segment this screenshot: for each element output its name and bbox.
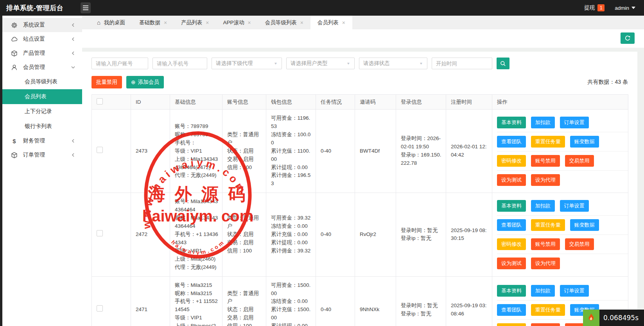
sidebar-item-system-settings[interactable]: 系统设置 xyxy=(2,18,82,32)
batch-disable-button[interactable]: 批量禁用 xyxy=(91,76,122,88)
sidebar-item-bank-cards[interactable]: 银行卡列表 xyxy=(2,119,82,134)
tab-product-list[interactable]: 产品列表 × xyxy=(174,16,216,29)
disable-account-button[interactable]: 账号禁用 xyxy=(531,238,560,250)
chevron-down-icon: ▼ xyxy=(419,62,423,65)
col-header-account-info: 账号信息 xyxy=(222,95,266,110)
sidebar: 系统设置 站点设置 产品管理 会员管理 会员等级列表 会员列表 上下分记录 银行… xyxy=(2,16,82,326)
start-time-input[interactable] xyxy=(432,58,492,69)
sidebar-item-finance-management[interactable]: $ 财务管理 xyxy=(2,134,82,148)
set-test-button[interactable]: 设为测试 xyxy=(497,174,526,186)
close-icon[interactable]: × xyxy=(342,20,345,26)
order-settings-button[interactable]: 订单设置 xyxy=(560,200,589,212)
filter-bar: 请选择下级代理 ▼ 请选择用户类型 ▼ 请选择状态 ▼ xyxy=(91,58,628,69)
sidebar-item-member-levels[interactable]: 会员等级列表 xyxy=(2,74,82,89)
disable-trade-button[interactable]: 交易禁用 xyxy=(565,238,594,250)
cell-login-info: 登录时间：暂无登录ip：暂无 xyxy=(396,276,446,326)
menu-toggle-icon[interactable] xyxy=(81,2,91,13)
order-settings-button[interactable]: 订单设置 xyxy=(560,285,589,297)
basic-profile-button[interactable]: 基本资料 xyxy=(497,200,526,212)
debug-trace-bar[interactable]: 0.068495s xyxy=(583,310,644,326)
chevron-left-icon xyxy=(71,22,75,28)
sidebar-item-site-settings[interactable]: 站点设置 xyxy=(2,32,82,46)
basic-profile-button[interactable]: 基本资料 xyxy=(497,117,526,128)
select-placeholder: 请选择下级代理 xyxy=(216,60,253,67)
close-icon[interactable]: × xyxy=(206,20,209,26)
basic-profile-button[interactable]: 基本资料 xyxy=(497,285,526,297)
disable-account-button[interactable]: 账号禁用 xyxy=(531,323,560,326)
close-icon[interactable]: × xyxy=(164,20,167,26)
reset-tasks-button[interactable]: 重置任务量 xyxy=(531,219,565,231)
row-checkbox[interactable] xyxy=(97,305,103,312)
agent-select[interactable]: 请选择下级代理 ▼ xyxy=(212,58,282,69)
tab-bar: ⌂ 我的桌面 基础数据 × 产品列表 × APP滚动 × 会员等级列表 × 会员… xyxy=(82,16,644,29)
tab-label: APP滚动 xyxy=(223,19,244,26)
status-select[interactable]: 请选择状态 ▼ xyxy=(359,58,427,69)
cell-invite-code: BWT4Df xyxy=(355,110,396,193)
add-deduct-button[interactable]: 加扣款 xyxy=(531,285,555,297)
col-header-register-time: 注册时间 xyxy=(446,95,492,110)
select-all-checkbox[interactable] xyxy=(97,98,103,104)
cell-account-info: 类型：普通用户状态：启用 交易：启用信用：100 xyxy=(222,110,266,193)
cloud-icon xyxy=(11,36,18,43)
cell-task: 0-40 xyxy=(316,276,355,326)
cell-task: 0-40 xyxy=(316,110,355,193)
col-header-task-status: 任务情况 xyxy=(316,95,355,110)
tab-basic-data[interactable]: 基础数据 × xyxy=(132,16,174,29)
cell-id: 2471 xyxy=(131,276,170,326)
refresh-button[interactable] xyxy=(621,32,635,44)
account-input[interactable] xyxy=(91,58,148,69)
view-team-button[interactable]: 查看团队 xyxy=(497,136,526,148)
set-agent-button[interactable]: 设为代理 xyxy=(531,174,560,186)
ledger-data-button[interactable]: 账变数据 xyxy=(570,136,599,148)
reset-tasks-button[interactable]: 重置任务量 xyxy=(531,136,565,148)
tab-label: 会员列表 xyxy=(318,19,339,26)
tab-member-levels[interactable]: 会员等级列表 × xyxy=(258,16,310,29)
sidebar-item-product-management[interactable]: 产品管理 xyxy=(2,46,82,60)
chevron-left-icon xyxy=(71,36,75,42)
sidebar-item-updown-records[interactable]: 上下分记录 xyxy=(2,104,82,119)
phone-input[interactable] xyxy=(152,58,207,69)
add-deduct-button[interactable]: 加扣款 xyxy=(531,200,555,212)
change-password-button[interactable]: 密码修改 xyxy=(497,238,526,250)
cell-basic-info: 账号：Mila1343434364464昵称：Mila1343434364464… xyxy=(170,193,222,276)
plus-circle-icon: ⊕ xyxy=(131,79,136,85)
row-checkbox[interactable] xyxy=(97,147,103,153)
cell-register-time: 2026-02-01 12:04:42 xyxy=(446,110,492,193)
close-icon[interactable]: × xyxy=(248,20,251,26)
sidebar-item-order-management[interactable]: 订单管理 xyxy=(2,148,82,162)
cell-login-info: 登录时间：暂无登录ip：暂无 xyxy=(396,193,446,276)
main-area: ⌂ 我的桌面 基础数据 × 产品列表 × APP滚动 × 会员等级列表 × 会员… xyxy=(82,16,644,326)
disable-account-button[interactable]: 账号禁用 xyxy=(531,155,560,167)
add-deduct-button[interactable]: 加扣款 xyxy=(531,117,555,128)
close-icon[interactable]: × xyxy=(300,20,303,26)
sidebar-item-member-list[interactable]: 会员列表 xyxy=(2,89,82,104)
withdraw-link[interactable]: 提现 1 xyxy=(584,4,605,11)
add-member-button[interactable]: ⊕ 添加会员 xyxy=(126,76,164,88)
chevron-down-icon: ▼ xyxy=(274,62,278,65)
reset-tasks-button[interactable]: 重置任务量 xyxy=(531,304,565,316)
row-checkbox[interactable] xyxy=(97,230,103,236)
view-team-button[interactable]: 查看团队 xyxy=(497,219,526,231)
sidebar-item-member-management[interactable]: 会员管理 xyxy=(2,60,82,74)
tab-desktop[interactable]: ⌂ 我的桌面 xyxy=(90,16,132,29)
total-count: 共有数据：43 条 xyxy=(588,79,628,86)
cell-id: 2473 xyxy=(131,110,170,193)
tab-app-scroll[interactable]: APP滚动 × xyxy=(216,16,258,29)
table-row: 2471 账号：Mila3215昵称：Mila3215手机号：+1 115521… xyxy=(92,276,628,326)
order-settings-button[interactable]: 订单设置 xyxy=(560,117,589,128)
disable-trade-button[interactable]: 交易禁用 xyxy=(565,155,594,167)
set-test-button[interactable]: 设为测试 xyxy=(497,258,526,269)
set-agent-button[interactable]: 设为代理 xyxy=(531,258,560,269)
user-type-select[interactable]: 请选择用户类型 ▼ xyxy=(286,58,355,69)
col-header-invite-code: 邀请码 xyxy=(355,95,396,110)
ledger-data-button[interactable]: 账变数据 xyxy=(570,219,599,231)
view-team-button[interactable]: 查看团队 xyxy=(497,304,526,316)
user-menu[interactable]: admin xyxy=(615,5,635,11)
chevron-down-icon xyxy=(71,64,75,70)
tab-member-list[interactable]: 会员列表 × xyxy=(310,16,352,29)
col-header-id: ID xyxy=(131,95,170,110)
search-button[interactable] xyxy=(497,58,509,69)
change-password-button[interactable]: 密码修改 xyxy=(497,155,526,167)
cell-id: 2472 xyxy=(131,193,170,276)
change-password-button[interactable]: 密码修改 xyxy=(497,323,526,326)
